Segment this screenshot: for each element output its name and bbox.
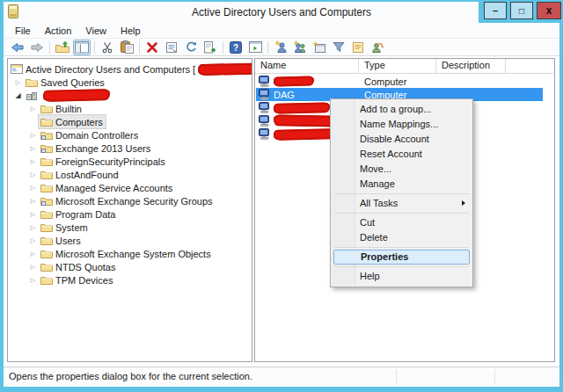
- context-menu-item-delete[interactable]: Delete: [332, 230, 472, 245]
- column-header-description[interactable]: Description: [436, 59, 506, 73]
- tree-item-managed-service-accounts[interactable]: ▷Managed Service Accounts: [8, 181, 252, 194]
- tree-item-ntds-quotas[interactable]: ▷NTDS Quotas: [8, 260, 252, 273]
- toolbar-refresh-button[interactable]: [182, 40, 200, 55]
- expand-arrow-icon[interactable]: ▷: [27, 155, 39, 168]
- expand-arrow-icon[interactable]: ▷: [27, 234, 39, 247]
- toolbar-cut-button[interactable]: [99, 40, 116, 55]
- column-header-name[interactable]: Name: [255, 59, 359, 73]
- title-bar[interactable]: Active Directory Users and Computers: [4, 2, 559, 23]
- tree-item-lostandfound[interactable]: ▷LostAndFound: [8, 168, 252, 181]
- computer-icon: [258, 76, 271, 87]
- expand-arrow-icon[interactable]: ▷: [27, 102, 39, 115]
- expand-arrow-icon[interactable]: ▷: [27, 168, 39, 181]
- context-menu-item-reset-account[interactable]: Reset Account: [332, 147, 472, 162]
- tree-item-builtin[interactable]: ▷Builtin: [8, 102, 252, 115]
- minimize-button[interactable]: –: [484, 2, 507, 19]
- toolbar-up-one-level-button[interactable]: [54, 40, 71, 55]
- folder-icon: [25, 76, 38, 88]
- context-menu-item-add-to-a-group[interactable]: Add to a group...: [332, 102, 472, 117]
- expand-arrow-icon[interactable]: ▷: [27, 247, 39, 260]
- tree-node: ForeignSecurityPrincipals: [39, 155, 168, 168]
- menubar-item-file[interactable]: File: [8, 25, 38, 36]
- find-user-icon: [370, 40, 384, 54]
- toolbar: ?: [4, 39, 559, 56]
- tree-item-domain-controllers[interactable]: ▷Domain Controllers: [8, 128, 252, 142]
- collapse-arrow-icon[interactable]: ◢: [12, 89, 24, 102]
- tree-item-system[interactable]: ▷System: [8, 221, 252, 234]
- toolbar-find-user-button[interactable]: [369, 40, 386, 55]
- tree-item-label: Computers: [55, 117, 103, 127]
- tree-node: Active Directory Users and Computers [: [9, 62, 252, 76]
- context-menu-item-manage[interactable]: Manage: [332, 177, 472, 192]
- tree-item-redacted[interactable]: ◢: [8, 89, 252, 102]
- tree-item-program-data[interactable]: ▷Program Data: [8, 207, 252, 221]
- toolbar-new-user-button[interactable]: [272, 40, 289, 55]
- toolbar-delete-button[interactable]: [143, 40, 161, 55]
- list-header: NameTypeDescription: [255, 59, 554, 74]
- toolbar-help-button[interactable]: ?: [227, 40, 245, 55]
- menu-item-label: Cut: [360, 217, 375, 228]
- org-unit-icon: [40, 195, 53, 207]
- window-controls: – □ x: [479, 0, 561, 23]
- tree-item-computers[interactable]: Computers: [8, 115, 252, 128]
- tree-item-saved-queries[interactable]: ▷Saved Queries: [8, 76, 252, 89]
- toolbar-console-window-button[interactable]: [246, 40, 264, 55]
- list-row-redacted[interactable]: Computer: [255, 75, 554, 88]
- tree-node: Microsoft Exchange System Objects: [39, 247, 214, 260]
- menu-item-label: Help: [360, 271, 380, 281]
- tree-item-users[interactable]: ▷Users: [8, 234, 252, 247]
- context-menu-item-cut[interactable]: Cut: [332, 215, 472, 230]
- tree-item-label: LostAndFound: [55, 170, 119, 180]
- toolbar-back-button[interactable]: [9, 40, 26, 55]
- context-menu-item-help[interactable]: Help: [332, 269, 472, 284]
- toolbar-paste-button[interactable]: [118, 40, 135, 55]
- context-menu-item-name-mappings[interactable]: Name Mappings...: [332, 117, 472, 132]
- submenu-arrow-icon: [462, 200, 465, 206]
- toolbar-filter-button[interactable]: [330, 40, 347, 55]
- toolbar-new-group-button[interactable]: [291, 40, 309, 55]
- menubar-item-help[interactable]: Help: [113, 25, 148, 36]
- expand-arrow-icon[interactable]: ▷: [27, 273, 39, 287]
- tree-item-foreignsecurityprincipals[interactable]: ▷ForeignSecurityPrincipals: [8, 155, 252, 168]
- toolbar-separator: [223, 41, 223, 54]
- menu-separator: [334, 213, 469, 214]
- menubar-item-view[interactable]: View: [78, 25, 113, 36]
- close-button[interactable]: x: [537, 2, 561, 19]
- tree-item-microsoft-exchange-security-groups[interactable]: ▷Microsoft Exchange Security Groups: [8, 194, 252, 207]
- expand-arrow-icon[interactable]: ▷: [27, 181, 39, 194]
- tree-item-label: Microsoft Exchange Security Groups: [55, 196, 213, 207]
- expand-arrow-icon[interactable]: ▷: [27, 221, 39, 234]
- cut-icon: [101, 41, 113, 54]
- column-header-type[interactable]: Type: [359, 59, 436, 73]
- toolbar-forward-button[interactable]: [28, 40, 46, 55]
- folder-icon: [40, 274, 53, 286]
- menu-item-label: Properties: [361, 251, 408, 262]
- toolbar-separator: [49, 41, 50, 54]
- context-menu-item-disable-account[interactable]: Disable Account: [332, 132, 472, 147]
- tree-item-label: NTDS Quotas: [55, 262, 115, 272]
- toolbar-export-list-button[interactable]: [201, 40, 219, 55]
- toolbar-properties-button[interactable]: [163, 40, 180, 55]
- maximize-button[interactable]: □: [510, 2, 533, 19]
- toolbar-new-org-unit-button[interactable]: [311, 40, 328, 55]
- tree-item-tpm-devices[interactable]: ▷TPM Devices: [8, 273, 252, 287]
- tree-item-active-directory-users-and-computers[interactable]: Active Directory Users and Computers [: [8, 62, 252, 76]
- domain-icon: [25, 90, 38, 101]
- expand-arrow-icon[interactable]: ▷: [27, 207, 39, 221]
- context-menu-item-all-tasks[interactable]: All Tasks: [332, 196, 472, 211]
- toolbar-display-options-button[interactable]: [349, 40, 367, 55]
- menubar-item-action[interactable]: Action: [38, 25, 79, 36]
- context-menu-item-move[interactable]: Move...: [332, 162, 472, 177]
- cell-type: Computer: [359, 76, 436, 87]
- tree-item-exchange-2013-users[interactable]: ▷Exchange 2013 Users: [8, 142, 252, 155]
- expand-arrow-icon[interactable]: ▷: [27, 260, 39, 273]
- expand-arrow-icon[interactable]: ▷: [27, 142, 39, 155]
- expand-arrow-icon[interactable]: ▷: [27, 194, 39, 207]
- toolbar-separator: [139, 41, 140, 54]
- context-menu-item-properties[interactable]: Properties: [333, 250, 470, 265]
- expand-arrow-icon[interactable]: ▷: [27, 128, 39, 142]
- toolbar-show-tree-button[interactable]: [73, 40, 91, 55]
- status-text: Opens the properties dialog box for the …: [9, 371, 252, 381]
- expand-arrow-icon[interactable]: ▷: [12, 76, 24, 89]
- tree-item-microsoft-exchange-system-objects[interactable]: ▷Microsoft Exchange System Objects: [8, 247, 252, 260]
